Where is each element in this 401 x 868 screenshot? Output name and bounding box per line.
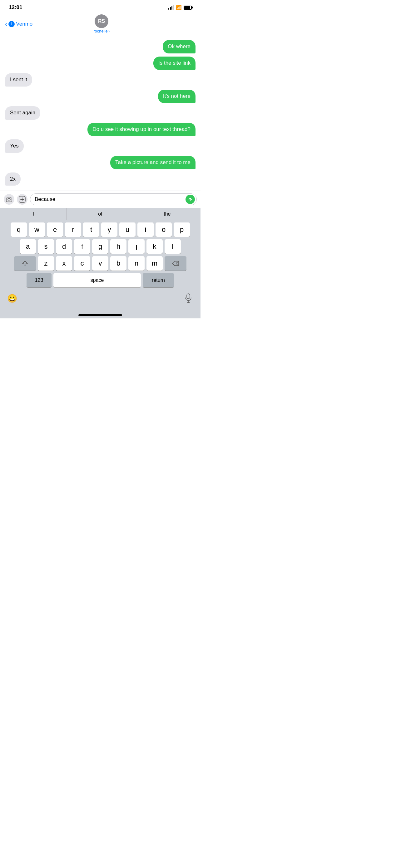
key-e[interactable]: e [47, 222, 63, 237]
key-v[interactable]: v [92, 256, 108, 271]
svg-point-0 [8, 198, 10, 201]
nav-center[interactable]: RS rochelle › [93, 14, 110, 33]
key-k[interactable]: k [146, 239, 163, 254]
received-bubble-5: Sent again [5, 106, 40, 120]
key-w[interactable]: w [29, 222, 45, 237]
appstore-button[interactable] [17, 194, 28, 205]
sent-bubble-1: Ok where [163, 40, 196, 54]
message-row-5: Sent again [5, 106, 196, 120]
signal-icon [168, 5, 174, 10]
received-bubble-9: 2x [5, 173, 21, 186]
sent-bubble-6: Do u see it showing up in our text threa… [88, 123, 196, 136]
message-row-6: Do u see it showing up in our text threa… [5, 123, 196, 136]
input-bar [0, 191, 201, 208]
contact-name-label: rochelle [93, 29, 108, 33]
back-badge: 1 [8, 21, 15, 27]
suggestion-of[interactable]: of [67, 208, 134, 220]
key-n[interactable]: n [128, 256, 144, 271]
key-i[interactable]: i [137, 222, 154, 237]
message-input-wrap[interactable] [30, 193, 197, 205]
message-row-2: Is the site link [5, 57, 196, 70]
key-b[interactable]: b [110, 256, 127, 271]
avatar: RS [95, 14, 108, 28]
shift-key[interactable] [14, 256, 36, 271]
key-t[interactable]: t [83, 222, 99, 237]
key-d[interactable]: d [56, 239, 72, 254]
keyboard-row-1: q w e r t y u i o p [1, 222, 199, 237]
keyboard-row-4: 123 space return [1, 273, 199, 287]
home-indicator [78, 314, 122, 316]
svg-rect-2 [187, 294, 190, 299]
key-s[interactable]: s [38, 239, 54, 254]
messages-area: Ok where Is the site link I sent it It's… [0, 36, 201, 191]
key-a[interactable]: a [20, 239, 36, 254]
contact-chevron-icon: › [108, 29, 110, 33]
back-chevron-icon: ‹ [5, 21, 7, 28]
key-z[interactable]: z [38, 256, 54, 271]
message-row-7: Yes [5, 140, 196, 153]
battery-icon [183, 6, 192, 10]
status-bar: 12:01 📶 [0, 0, 201, 13]
back-button[interactable]: ‹ 1 Venmo [5, 21, 32, 28]
emoji-key[interactable]: 😀 [5, 291, 20, 306]
keyboard-row-3: z x c v b n m [1, 256, 199, 271]
return-key[interactable]: return [143, 273, 174, 287]
keyboard-suggestions: I of the [0, 208, 201, 220]
suggestion-the[interactable]: the [134, 208, 201, 220]
message-row-9: 2x [5, 173, 196, 186]
key-p[interactable]: p [174, 222, 190, 237]
suggestion-I[interactable]: I [0, 208, 67, 220]
nav-bar: ‹ 1 Venmo RS rochelle › [0, 13, 201, 36]
keyboard-row-2: a s d f g h j k l [1, 239, 199, 254]
keyboard-rows: q w e r t y u i o p a s d f g h j k l [0, 220, 201, 289]
key-q[interactable]: q [11, 222, 27, 237]
status-icons: 📶 [168, 5, 192, 10]
send-button[interactable] [186, 195, 195, 204]
numbers-key[interactable]: 123 [27, 273, 52, 287]
key-g[interactable]: g [92, 239, 108, 254]
key-o[interactable]: o [156, 222, 172, 237]
mic-key[interactable] [181, 291, 196, 306]
back-label: Venmo [16, 21, 32, 27]
message-row-3: I sent it [5, 73, 196, 87]
camera-button[interactable] [4, 194, 14, 205]
sent-bubble-4: It's not here [158, 90, 196, 103]
key-j[interactable]: j [128, 239, 144, 254]
message-row-1: Ok where [5, 40, 196, 54]
status-time: 12:01 [9, 4, 22, 11]
key-f[interactable]: f [74, 239, 90, 254]
message-row-4: It's not here [5, 90, 196, 103]
sent-bubble-2: Is the site link [153, 57, 196, 70]
key-m[interactable]: m [146, 256, 163, 271]
home-indicator-wrap [0, 314, 201, 318]
wifi-icon: 📶 [176, 5, 182, 10]
key-l[interactable]: l [165, 239, 181, 254]
delete-key[interactable] [165, 256, 187, 271]
key-u[interactable]: u [119, 222, 136, 237]
received-bubble-7: Yes [5, 140, 24, 153]
message-row-8: Take a picture and send it to me [5, 156, 196, 169]
key-c[interactable]: c [74, 256, 90, 271]
sent-bubble-8: Take a picture and send it to me [110, 156, 196, 169]
key-h[interactable]: h [110, 239, 127, 254]
key-r[interactable]: r [65, 222, 81, 237]
contact-name[interactable]: rochelle › [93, 29, 110, 33]
key-y[interactable]: y [101, 222, 118, 237]
received-bubble-3: I sent it [5, 73, 32, 87]
message-input[interactable] [35, 196, 183, 203]
space-key[interactable]: space [54, 273, 141, 287]
keyboard: I of the q w e r t y u i o p a s d f g h… [0, 208, 201, 318]
keyboard-bottom: 😀 [0, 289, 201, 314]
key-x[interactable]: x [56, 256, 72, 271]
